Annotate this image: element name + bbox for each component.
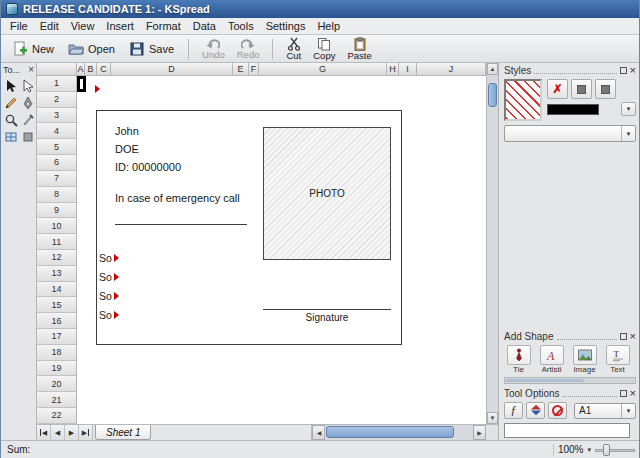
vertical-scrollbar-track[interactable] [487,75,498,412]
column-header[interactable]: D [111,63,233,76]
column-header[interactable]: I [399,63,417,76]
shape-artistic-text-button[interactable]: A Artisti [537,345,566,374]
redo-button[interactable]: Redo [233,37,264,61]
formula-button[interactable]: ƒ [504,402,523,419]
zoom-dropdown-icon[interactable]: ▾ [587,446,591,454]
row-header[interactable]: 6 [37,155,77,171]
row-header[interactable]: 9 [37,203,77,219]
style-pattern-select[interactable]: ▾ [504,125,636,142]
menu-item[interactable]: View [65,19,101,33]
row-header[interactable]: 7 [37,171,77,187]
column-header[interactable]: A [77,63,85,76]
vertical-scrollbar-thumb[interactable] [488,83,497,107]
pattern-tool-button[interactable] [20,129,36,145]
titlebar[interactable]: RELEASE CANDIDATE 1: - KSpread [1,0,640,18]
select-all-corner[interactable] [37,63,77,76]
pencil-tool-button[interactable] [3,95,19,111]
photo-placeholder-shape[interactable]: PHOTO [263,127,391,260]
chevron-down-icon[interactable]: ▾ [621,102,636,116]
column-header[interactable]: C [97,63,111,76]
row-header[interactable]: 4 [37,123,77,139]
menu-item[interactable]: Data [187,19,222,33]
zoom-tool-button[interactable] [3,112,19,128]
row-header[interactable]: 17 [37,329,77,345]
signature-line-shape[interactable] [263,309,391,310]
sheet-tab[interactable]: Sheet 1 [95,425,151,440]
scroll-down-icon[interactable]: ▼ [487,412,498,424]
cell-selection-a1[interactable] [77,76,86,92]
zoom-slider[interactable] [595,443,635,457]
cancel-button[interactable] [548,402,567,419]
float-docker-icon[interactable] [620,333,627,340]
scroll-left-icon[interactable]: ◀ [312,425,325,440]
paste-button[interactable]: Paste [343,36,375,62]
apply-button[interactable] [526,402,545,419]
shape-list-scrollbar-thumb[interactable] [506,379,584,382]
row-header[interactable]: 10 [37,218,77,234]
row-header[interactable]: 20 [37,376,77,392]
truncated-cell[interactable]: So [99,248,119,267]
row-header[interactable]: 14 [37,282,77,298]
column-header[interactable]: B [85,63,97,76]
shape-image-button[interactable]: Image [570,345,599,374]
select-tool-button[interactable] [3,78,19,94]
menu-item[interactable]: File [4,19,34,33]
menu-item[interactable]: Settings [260,19,312,33]
menu-item[interactable]: Insert [100,19,140,33]
scroll-right-icon[interactable]: ▶ [473,425,486,440]
horizontal-scrollbar[interactable]: ◀ ▶ [311,425,486,440]
column-header[interactable]: G [259,63,387,76]
zoom-level[interactable]: 100% [558,444,584,455]
emergency-line-shape[interactable] [115,224,247,225]
undo-button[interactable]: Undo [198,37,229,61]
color-picker-tool-button[interactable] [20,112,36,128]
row-header[interactable]: 19 [37,361,77,377]
close-icon[interactable]: × [630,388,636,398]
style-swatch-button[interactable] [595,79,616,99]
row-header[interactable]: 18 [37,345,77,361]
horizontal-scrollbar-thumb[interactable] [326,426,454,438]
color-swatch[interactable] [547,104,599,115]
last-sheet-button[interactable]: ▶ [79,425,93,440]
row-header[interactable]: 11 [37,234,77,250]
shape-text-button[interactable]: T Text [603,345,632,374]
row-header[interactable]: 13 [37,266,77,282]
column-header[interactable]: F [249,63,259,76]
float-docker-icon[interactable] [620,67,627,74]
row-header[interactable]: 2 [37,92,77,108]
column-header[interactable]: H [387,63,399,76]
formula-line-input[interactable] [504,423,630,438]
row-header[interactable]: 8 [37,187,77,203]
delete-style-button[interactable]: ✗ [547,79,568,99]
zoom-slider-handle[interactable] [603,444,610,456]
close-icon[interactable]: × [630,331,636,341]
menu-item[interactable]: Tools [222,19,260,33]
column-header[interactable]: E [233,63,249,76]
row-header[interactable]: 12 [37,250,77,266]
menu-item[interactable]: Format [140,19,187,33]
close-icon[interactable]: × [630,65,636,75]
vertical-scrollbar[interactable]: ▲ ▼ [486,63,498,424]
pen-tool-button[interactable] [20,95,36,111]
open-button[interactable]: Open [63,39,120,59]
shape-list-scrollbar[interactable] [504,377,636,384]
row-header[interactable]: 22 [37,408,77,424]
row-header[interactable]: 21 [37,392,77,408]
truncated-cell[interactable]: So [99,286,119,305]
previous-sheet-button[interactable]: ◀ [51,425,65,440]
sheet-canvas[interactable]: John DOE ID: 00000000 In case of emergen… [77,76,486,424]
cell-tool-button[interactable] [3,129,19,145]
cell-reference-combo[interactable]: A1 ▾ [574,403,636,419]
cut-button[interactable]: Cut [282,36,305,62]
menu-item[interactable]: Help [311,19,346,33]
style-none-preview-button[interactable] [504,79,542,121]
shape-select-tool-button[interactable] [20,78,36,94]
save-button[interactable]: Save [124,39,179,59]
row-header[interactable]: 5 [37,139,77,155]
truncated-cell[interactable]: So [99,305,119,324]
shape-tie-button[interactable]: Tie [504,345,533,374]
horizontal-scrollbar-track[interactable] [325,425,473,440]
next-sheet-button[interactable]: ▶ [65,425,79,440]
row-header[interactable]: 1 [37,76,77,92]
close-icon[interactable]: × [28,65,34,74]
